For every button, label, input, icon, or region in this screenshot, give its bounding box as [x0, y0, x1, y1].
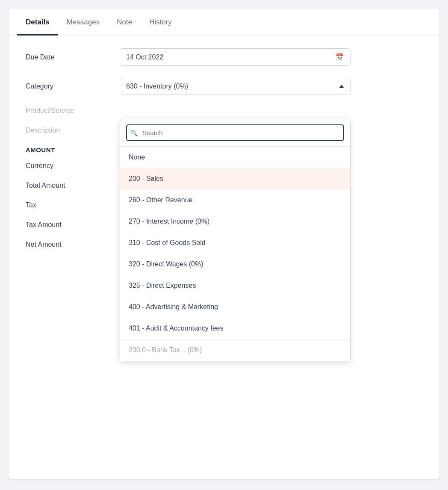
due-date-row: Due Date 14 Oct 2022 📅: [26, 48, 422, 66]
net-amount-label: Net Amount: [26, 241, 120, 248]
tab-details[interactable]: Details: [17, 9, 58, 35]
tab-note[interactable]: Note: [108, 9, 141, 35]
tab-messages[interactable]: Messages: [58, 9, 108, 35]
total-amount-label: Total Amount: [26, 182, 120, 189]
category-label: Category: [26, 83, 120, 90]
currency-label: Currency: [26, 162, 120, 170]
dropdown-item-401[interactable]: 401 - Audit & Accountancy fees: [120, 318, 350, 339]
description-label: Description: [26, 127, 120, 134]
dropdown-item-400[interactable]: 400 - Advertising & Marketing: [120, 296, 350, 318]
dropdown-item-200-sales[interactable]: 200 - Sales: [120, 168, 350, 189]
tab-history[interactable]: History: [141, 9, 180, 35]
product-service-label: Product/Service: [26, 107, 120, 115]
dropdown-item-325[interactable]: 325 - Direct Expenses: [120, 275, 350, 296]
tabs-bar: Details Messages Note History: [9, 9, 439, 35]
tax-amount-label: Tax Amount: [26, 221, 120, 229]
dropdown-search-box: [120, 119, 350, 147]
search-input[interactable]: [126, 124, 344, 141]
search-icon-wrap: [126, 124, 344, 141]
tax-label: Tax: [26, 201, 120, 209]
product-service-row: Product/Service: [26, 107, 422, 115]
due-date-label: Due Date: [26, 53, 120, 61]
dropdown-item-270[interactable]: 270 - Interest Income (0%): [120, 211, 350, 232]
dropdown-item-320[interactable]: 320 - Direct Wages (0%): [120, 254, 350, 275]
arrow-up-icon: [339, 85, 344, 88]
dropdown-item-310[interactable]: 310 - Cost of Goods Sold: [120, 232, 350, 254]
calendar-icon: 📅: [336, 53, 344, 61]
category-dropdown-panel: None 200 - Sales 260 - Other Revenue 270…: [120, 119, 351, 361]
dropdown-item-none[interactable]: None: [120, 147, 350, 168]
dropdown-list: None 200 - Sales 260 - Other Revenue 270…: [120, 147, 350, 361]
dropdown-item-partial[interactable]: 200.0 - Bank Tax... (0%): [120, 339, 350, 361]
due-date-input[interactable]: 14 Oct 2022 📅: [120, 48, 351, 66]
category-value: 630 - Inventory (0%): [126, 83, 188, 90]
amount-header: AMOUNT: [26, 146, 120, 153]
category-row: Category 630 - Inventory (0%): [26, 78, 422, 95]
main-card: Details Messages Note History Due Date 1…: [9, 9, 439, 479]
content-area: Due Date 14 Oct 2022 📅 Category 630 - In…: [9, 35, 439, 273]
due-date-value: 14 Oct 2022: [126, 53, 163, 61]
category-select[interactable]: 630 - Inventory (0%): [120, 78, 351, 95]
dropdown-item-260[interactable]: 260 - Other Revenue: [120, 189, 350, 211]
